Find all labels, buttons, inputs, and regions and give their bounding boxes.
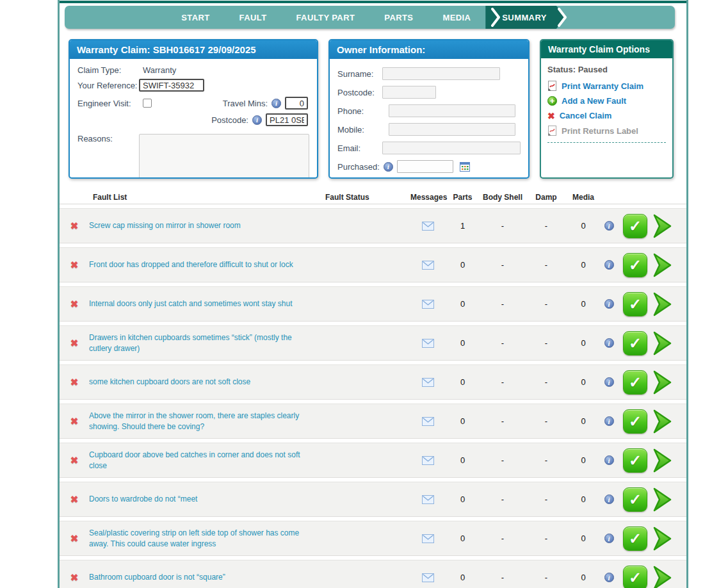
open-fault-arrow[interactable] <box>652 447 686 474</box>
approve-fault-button[interactable]: ✓ <box>623 527 647 551</box>
phone-input[interactable] <box>389 104 515 117</box>
fault-info-icon[interactable]: i <box>604 534 614 543</box>
messages-envelope-icon[interactable] <box>410 417 445 426</box>
print-warranty-claim-link[interactable]: Print Warranty Claim <box>547 81 666 91</box>
open-fault-arrow[interactable] <box>652 330 686 357</box>
email-input[interactable] <box>382 142 521 154</box>
fault-row: ✖ Doors to wardrobe do not “meet 0 - - 0… <box>60 482 686 517</box>
fault-info-icon[interactable]: i <box>604 573 614 582</box>
fault-info-icon[interactable]: i <box>604 416 614 426</box>
body-shell-value: - <box>480 221 525 231</box>
fault-info-icon[interactable]: i <box>604 338 614 348</box>
open-fault-arrow[interactable] <box>652 564 686 588</box>
messages-envelope-icon[interactable] <box>410 261 445 270</box>
messages-envelope-icon[interactable] <box>410 573 445 582</box>
messages-envelope-icon[interactable] <box>410 222 445 231</box>
fault-row: ✖ Seal/plastic covering strip on left si… <box>60 521 686 556</box>
fault-description-link[interactable]: Front door has dropped and therefore dif… <box>89 259 320 270</box>
warranty-claim-options-panel: Warranty Claim Options Status: Paused Pr… <box>540 39 674 179</box>
delete-fault-icon[interactable]: ✖ <box>60 377 89 388</box>
fault-description-link[interactable]: Above the mirror in the shower room, the… <box>89 411 320 431</box>
fault-info-icon[interactable]: i <box>604 260 614 270</box>
delete-fault-icon[interactable]: ✖ <box>60 338 89 349</box>
open-fault-arrow[interactable] <box>652 252 686 279</box>
engineer-visit-label: Engineer Visit: <box>77 99 139 108</box>
top-accent-line <box>60 1 686 3</box>
delete-fault-icon[interactable]: ✖ <box>60 455 89 466</box>
travel-mins-input[interactable] <box>285 97 308 110</box>
open-fault-arrow[interactable] <box>652 213 686 240</box>
delete-fault-icon[interactable]: ✖ <box>60 533 89 544</box>
messages-envelope-icon[interactable] <box>410 378 445 387</box>
delete-fault-icon[interactable]: ✖ <box>60 416 89 427</box>
fault-info-icon[interactable]: i <box>604 221 614 231</box>
engineer-visit-checkbox[interactable] <box>143 99 152 108</box>
media-count: 0 <box>567 416 599 426</box>
nav-step-parts[interactable]: PARTS <box>384 13 413 22</box>
nav-step-faulty-part[interactable]: FAULTY PART <box>296 13 355 22</box>
mobile-input[interactable] <box>389 123 515 136</box>
fault-info-icon[interactable]: i <box>604 377 614 387</box>
open-fault-arrow[interactable] <box>652 486 686 513</box>
fault-row: ✖ Front door has dropped and therefore d… <box>60 247 686 282</box>
travel-mins-info-icon[interactable]: i <box>271 99 281 108</box>
approve-fault-button[interactable]: ✓ <box>623 370 647 395</box>
fault-description-link[interactable]: Screw cap missing on mirror in shower ro… <box>89 220 320 231</box>
approve-fault-button[interactable]: ✓ <box>623 331 647 355</box>
calendar-icon[interactable] <box>460 162 470 172</box>
owner-postcode-input[interactable] <box>382 86 436 99</box>
approve-fault-button[interactable]: ✓ <box>623 487 647 512</box>
parts-count: 0 <box>445 455 480 465</box>
email-label: Email: <box>337 143 382 153</box>
open-fault-arrow[interactable] <box>652 291 686 318</box>
nav-step-start[interactable]: START <box>181 13 209 22</box>
approve-fault-button[interactable]: ✓ <box>623 409 647 434</box>
open-fault-arrow[interactable] <box>652 408 686 435</box>
damp-value: - <box>525 416 567 426</box>
parts-count: 0 <box>445 260 480 270</box>
nav-step-media[interactable]: MEDIA <box>442 13 471 22</box>
reasons-textarea[interactable] <box>139 134 309 179</box>
delete-fault-icon[interactable]: ✖ <box>60 494 89 505</box>
open-fault-arrow[interactable] <box>652 369 686 396</box>
fault-description-link[interactable]: Drawers in kitchen cupboards sometimes “… <box>89 332 320 353</box>
fault-description-link[interactable]: Doors to wardrobe do not “meet <box>89 494 320 504</box>
fault-info-icon[interactable]: i <box>604 455 614 465</box>
messages-envelope-icon[interactable] <box>410 534 445 543</box>
body-shell-value: - <box>480 338 525 348</box>
delete-fault-icon[interactable]: ✖ <box>60 259 89 271</box>
approve-fault-button[interactable]: ✓ <box>623 566 647 588</box>
messages-envelope-icon[interactable] <box>410 300 445 309</box>
claim-postcode-info-icon[interactable]: i <box>252 115 262 125</box>
purchased-info-icon[interactable]: i <box>384 162 393 172</box>
fault-description-link[interactable]: Cupboard door above bed catches in corne… <box>89 450 320 470</box>
open-fault-arrow[interactable] <box>652 525 686 552</box>
approve-fault-button[interactable]: ✓ <box>623 292 647 316</box>
add-new-fault-link[interactable]: + Add a New Fault <box>547 96 666 106</box>
fault-description-link[interactable]: Internal doors only just catch and somet… <box>89 298 320 309</box>
messages-envelope-icon[interactable] <box>410 495 445 504</box>
cancel-claim-link[interactable]: ✖ Cancel Claim <box>547 111 666 120</box>
fault-info-icon[interactable]: i <box>604 299 614 309</box>
fault-description-link[interactable]: Bathroom cupboard door is not “square” <box>89 572 320 582</box>
your-reference-input[interactable] <box>139 79 204 92</box>
messages-envelope-icon[interactable] <box>410 339 445 348</box>
fault-description-link[interactable]: some kitchen cupboard doors are not soft… <box>89 377 320 387</box>
approve-fault-button[interactable]: ✓ <box>623 448 647 473</box>
nav-step-fault[interactable]: FAULT <box>239 13 267 22</box>
delete-fault-icon[interactable]: ✖ <box>60 298 89 310</box>
fault-rows-container: ✖ Screw cap missing on mirror in shower … <box>60 208 686 588</box>
delete-fault-icon[interactable]: ✖ <box>60 572 89 584</box>
approve-fault-button[interactable]: ✓ <box>623 253 647 277</box>
nav-step-summary-active[interactable]: SUMMARY <box>491 6 567 29</box>
approve-fault-button[interactable]: ✓ <box>623 214 647 238</box>
fault-row: ✖ Above the mirror in the shower room, t… <box>60 404 686 439</box>
delete-fault-icon[interactable]: ✖ <box>60 220 89 232</box>
fault-info-icon[interactable]: i <box>604 494 614 504</box>
media-count: 0 <box>567 299 599 309</box>
fault-description-link[interactable]: Seal/plastic covering strip on left side… <box>89 528 320 548</box>
surname-input[interactable] <box>382 67 500 80</box>
purchased-date-input[interactable] <box>397 160 453 173</box>
claim-postcode-input[interactable] <box>266 113 308 126</box>
messages-envelope-icon[interactable] <box>410 456 445 465</box>
